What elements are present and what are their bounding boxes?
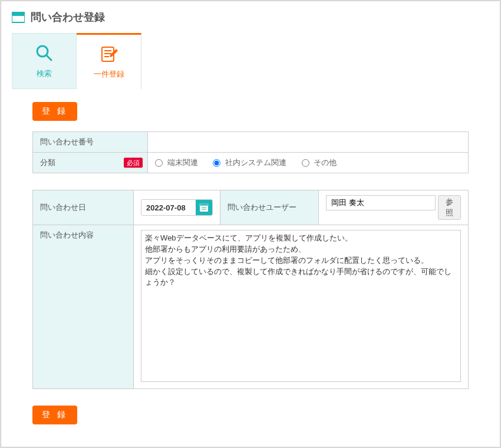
tab-search[interactable]: 検索 <box>12 33 77 89</box>
radio-terminal-input[interactable] <box>155 159 163 167</box>
svg-rect-1 <box>12 15 25 22</box>
radio-internal[interactable]: 社内システム関連 <box>213 158 288 167</box>
svg-rect-0 <box>12 12 25 15</box>
category-radio-group: 端末関連 社内システム関連 その他 <box>155 158 350 167</box>
radio-terminal[interactable]: 端末関連 <box>155 158 200 167</box>
label-inquiry-content: 問い合わせ内容 <box>33 225 134 389</box>
required-badge: 必須 <box>124 158 143 168</box>
date-input[interactable]: 2022-07-08 <box>141 199 213 216</box>
register-button-bottom[interactable]: 登 録 <box>32 406 77 424</box>
search-icon <box>35 44 54 62</box>
tab-search-label: 検索 <box>37 68 52 79</box>
page-header: 問い合わせ登録 <box>12 10 489 24</box>
label-inquiry-date: 問い合わせ日 <box>33 190 134 225</box>
label-inquiry-number: 問い合わせ番号 <box>33 132 148 153</box>
radio-other[interactable]: その他 <box>302 158 337 167</box>
svg-line-3 <box>47 55 51 60</box>
reference-button[interactable]: 参照 <box>438 195 461 220</box>
radio-other-input[interactable] <box>302 159 309 167</box>
edit-icon <box>100 44 118 63</box>
form-table-2: 問い合わせ日 2022-07-08 <box>32 190 469 389</box>
label-category: 分類 必須 <box>33 153 148 173</box>
register-button-top[interactable]: 登 録 <box>32 102 77 121</box>
radio-internal-input[interactable] <box>213 159 220 167</box>
svg-rect-9 <box>200 204 208 206</box>
window-icon <box>12 11 25 24</box>
inquiry-content-textarea[interactable] <box>141 230 461 382</box>
form-table-1: 問い合わせ番号 分類 必須 端末関連 <box>32 131 469 173</box>
tab-register[interactable]: 一件登録 <box>77 33 141 89</box>
inquiry-user-input[interactable] <box>326 195 436 210</box>
page-title: 問い合わせ登録 <box>31 10 105 24</box>
tab-register-label: 一件登録 <box>94 69 124 80</box>
value-inquiry-number <box>148 132 469 153</box>
date-value: 2022-07-08 <box>141 203 196 212</box>
calendar-icon[interactable] <box>196 199 212 216</box>
tabs: 検索 一件登録 <box>12 33 489 89</box>
label-inquiry-user: 問い合わせユーザー <box>220 190 319 225</box>
